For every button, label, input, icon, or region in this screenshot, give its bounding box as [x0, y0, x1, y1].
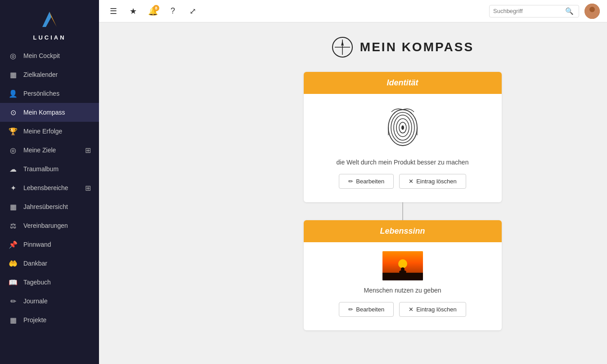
lebenssinn-card-text: Menschen nutzen zu geben	[364, 287, 441, 294]
sidebar-add-meineziele[interactable]: ⊞	[85, 146, 91, 155]
identity-card-actions: ✏ Bearbeiten ✕ Eintrag löschen	[313, 174, 493, 193]
sidebar-label-cockpit: Mein Cockpit	[23, 52, 91, 59]
sidebar-label-zielkalender: Zielkalender	[23, 71, 91, 78]
sidebar-icon-meinkompass: ⊙	[8, 107, 18, 117]
sidebar-label-dankbar: Dankbar	[23, 260, 91, 267]
sidebar-icon-dankbar: 🤲	[8, 258, 18, 268]
sidebar-icon-persoenliches: 👤	[8, 89, 18, 98]
sunset-image	[382, 251, 423, 280]
identity-card-title: Identität	[387, 78, 418, 87]
fingerprint-image	[382, 103, 423, 152]
svg-rect-20	[382, 273, 423, 280]
sidebar-label-meinkompass: Mein Kompass	[23, 109, 91, 116]
sidebar-icon-meineerfolge: 🏆	[8, 126, 18, 136]
svg-point-22	[401, 267, 405, 271]
sidebar-icon-tagebuch: 📖	[8, 277, 18, 287]
sidebar-item-meinkompass[interactable]: ⊙Mein Kompass	[0, 103, 99, 122]
sidebar-item-journale[interactable]: ✏Journale	[0, 292, 99, 311]
sidebar-item-tagebuch[interactable]: 📖Tagebuch	[0, 273, 99, 292]
sidebar-label-meineerfolge: Meine Erfolge	[23, 128, 91, 135]
sidebar-item-vereinbarungen[interactable]: ⚖Vereinbarungen	[0, 216, 99, 235]
lebenssinn-edit-button[interactable]: ✏ Bearbeiten	[339, 302, 394, 317]
lebenssinn-card: Lebenssinn	[304, 220, 502, 330]
sidebar-item-persoenliches[interactable]: 👤Persönliches	[0, 84, 99, 103]
sidebar-label-jahresuebersicht: Jahresübersicht	[23, 203, 91, 210]
sidebar-item-lebensbereiche[interactable]: ✦Lebensbereiche⊞	[0, 178, 99, 197]
sidebar-label-lebensbereiche: Lebensbereiche	[23, 184, 85, 191]
lebenssinn-card-body: Menschen nutzen zu geben ✏ Bearbeiten ✕ …	[304, 242, 502, 330]
menu-icon[interactable]: ☰	[106, 4, 121, 18]
sidebar-label-pinnwand: Pinnwand	[23, 241, 91, 248]
identity-delete-button[interactable]: ✕ Eintrag löschen	[399, 174, 466, 189]
logo-icon	[38, 8, 61, 31]
sidebar-nav: ◎Mein Cockpit▦Zielkalender👤Persönliches⊙…	[0, 46, 99, 364]
edit-icon: ✏	[348, 178, 353, 185]
lebenssinn-card-title: Lebenssinn	[380, 226, 425, 235]
edit-icon-2: ✏	[348, 306, 353, 313]
lebenssinn-card-header: Lebenssinn	[304, 220, 502, 242]
lebenssinn-card-actions: ✏ Bearbeiten ✕ Eintrag löschen	[313, 302, 493, 321]
svg-point-19	[398, 259, 407, 268]
sidebar-item-meineziele[interactable]: ◎Meine Ziele⊞	[0, 141, 99, 160]
sidebar-label-meineziele: Meine Ziele	[23, 146, 85, 154]
card-connector	[402, 202, 403, 220]
avatar[interactable]	[585, 4, 600, 19]
sidebar-item-projekte[interactable]: ▦Projekte	[0, 311, 99, 329]
lebenssinn-delete-button[interactable]: ✕ Eintrag löschen	[399, 302, 466, 317]
sidebar-label-vereinbarungen: Vereinbarungen	[23, 222, 91, 229]
help-icon[interactable]: ?	[166, 4, 180, 18]
sidebar-item-meineerfolge[interactable]: 🏆Meine Erfolge	[0, 122, 99, 141]
logo-area: LUCIAN	[0, 0, 99, 46]
sidebar-icon-jahresuebersicht: ▦	[8, 202, 18, 212]
sidebar: LUCIAN ◎Mein Cockpit▦Zielkalender👤Persön…	[0, 0, 99, 364]
identity-card: Identität die Welt dur	[304, 72, 502, 202]
favorites-icon[interactable]: ★	[126, 4, 140, 18]
compass-icon	[331, 36, 354, 58]
sidebar-item-zielkalender[interactable]: ▦Zielkalender	[0, 65, 99, 84]
identity-edit-button[interactable]: ✏ Bearbeiten	[339, 174, 394, 189]
sidebar-label-traumalbum: Traumalbum	[23, 165, 91, 173]
sidebar-icon-lebensbereiche: ✦	[8, 183, 18, 193]
delete-icon: ✕	[409, 178, 414, 185]
sidebar-item-pinnwand[interactable]: 📌Pinnwand	[0, 235, 99, 254]
delete-icon-2: ✕	[409, 306, 414, 313]
notification-badge: 8	[153, 5, 159, 11]
sidebar-icon-journale: ✏	[8, 296, 18, 306]
sidebar-item-dankbar[interactable]: 🤲Dankbar	[0, 254, 99, 273]
share-icon[interactable]: ⤢	[185, 4, 200, 18]
sidebar-icon-cockpit: ◎	[8, 51, 18, 61]
search-input[interactable]	[493, 8, 565, 14]
sidebar-icon-traumalbum: ☁	[8, 164, 18, 174]
sidebar-label-journale: Journale	[23, 297, 91, 305]
svg-point-4	[589, 7, 595, 12]
main-content: MEIN KOMPASS Identität	[198, 22, 607, 364]
sidebar-icon-zielkalender: ▦	[8, 70, 18, 80]
search-icon[interactable]: 🔍	[565, 7, 574, 15]
identity-card-text: die Welt durch mein Produkt besser zu ma…	[337, 159, 469, 166]
page-title: MEIN KOMPASS	[360, 40, 474, 54]
sidebar-add-lebensbereiche[interactable]: ⊞	[85, 184, 91, 192]
sidebar-item-jahresuebersicht[interactable]: ▦Jahresübersicht	[0, 197, 99, 216]
sidebar-item-cockpit[interactable]: ◎Mein Cockpit	[0, 46, 99, 65]
notifications-icon[interactable]: 🔔 8	[146, 4, 160, 18]
page-header: MEIN KOMPASS	[198, 36, 607, 58]
fingerprint-svg	[382, 103, 423, 152]
sidebar-icon-vereinbarungen: ⚖	[8, 221, 18, 231]
topbar: ☰ ★ 🔔 8 ? ⤢ 🔍	[99, 0, 607, 22]
sidebar-icon-meineziele: ◎	[8, 145, 18, 155]
sidebar-icon-projekte: ▦	[8, 315, 18, 325]
sidebar-label-projekte: Projekte	[23, 316, 91, 324]
sidebar-label-persoenliches: Persönliches	[23, 90, 91, 97]
app-name: LUCIAN	[33, 34, 66, 41]
identity-card-header: Identität	[304, 72, 502, 94]
search-box: 🔍	[489, 5, 579, 18]
svg-point-15	[401, 125, 404, 130]
sidebar-icon-pinnwand: 📌	[8, 240, 18, 249]
identity-card-body: die Welt durch mein Produkt besser zu ma…	[304, 94, 502, 202]
sidebar-item-traumalbum[interactable]: ☁Traumalbum	[0, 160, 99, 178]
sidebar-label-tagebuch: Tagebuch	[23, 279, 91, 286]
